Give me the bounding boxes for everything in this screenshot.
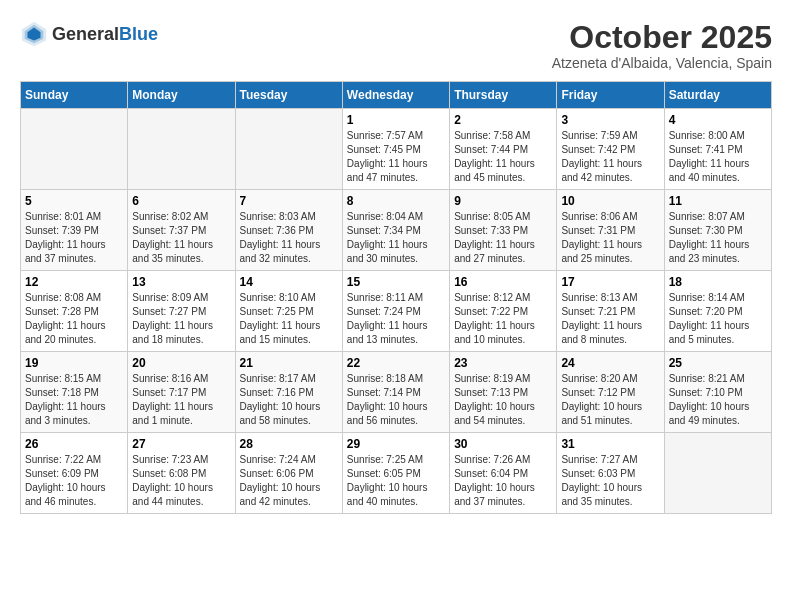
calendar-cell: 7Sunrise: 8:03 AMSunset: 7:36 PMDaylight…: [235, 190, 342, 271]
calendar-cell: 26Sunrise: 7:22 AMSunset: 6:09 PMDayligh…: [21, 433, 128, 514]
day-info: Sunrise: 8:04 AMSunset: 7:34 PMDaylight:…: [347, 211, 428, 264]
day-info: Sunrise: 8:05 AMSunset: 7:33 PMDaylight:…: [454, 211, 535, 264]
day-info: Sunrise: 8:07 AMSunset: 7:30 PMDaylight:…: [669, 211, 750, 264]
day-info: Sunrise: 8:08 AMSunset: 7:28 PMDaylight:…: [25, 292, 106, 345]
day-number: 25: [669, 356, 767, 370]
calendar-cell: 28Sunrise: 7:24 AMSunset: 6:06 PMDayligh…: [235, 433, 342, 514]
calendar-cell: 24Sunrise: 8:20 AMSunset: 7:12 PMDayligh…: [557, 352, 664, 433]
title-block: October 2025 Atzeneta d'Albaida, Valenci…: [552, 20, 772, 71]
calendar-cell: 31Sunrise: 7:27 AMSunset: 6:03 PMDayligh…: [557, 433, 664, 514]
day-info: Sunrise: 8:01 AMSunset: 7:39 PMDaylight:…: [25, 211, 106, 264]
calendar-week-row: 26Sunrise: 7:22 AMSunset: 6:09 PMDayligh…: [21, 433, 772, 514]
day-number: 17: [561, 275, 659, 289]
day-number: 26: [25, 437, 123, 451]
calendar-cell: 6Sunrise: 8:02 AMSunset: 7:37 PMDaylight…: [128, 190, 235, 271]
day-number: 10: [561, 194, 659, 208]
day-info: Sunrise: 7:24 AMSunset: 6:06 PMDaylight:…: [240, 454, 321, 507]
calendar-cell: 16Sunrise: 8:12 AMSunset: 7:22 PMDayligh…: [450, 271, 557, 352]
calendar-cell: 13Sunrise: 8:09 AMSunset: 7:27 PMDayligh…: [128, 271, 235, 352]
day-number: 18: [669, 275, 767, 289]
day-info: Sunrise: 8:06 AMSunset: 7:31 PMDaylight:…: [561, 211, 642, 264]
day-number: 6: [132, 194, 230, 208]
logo-general: General: [52, 24, 119, 44]
calendar-cell: 9Sunrise: 8:05 AMSunset: 7:33 PMDaylight…: [450, 190, 557, 271]
calendar-cell: 8Sunrise: 8:04 AMSunset: 7:34 PMDaylight…: [342, 190, 449, 271]
weekday-header-sunday: Sunday: [21, 82, 128, 109]
day-number: 24: [561, 356, 659, 370]
day-info: Sunrise: 8:12 AMSunset: 7:22 PMDaylight:…: [454, 292, 535, 345]
weekday-header-wednesday: Wednesday: [342, 82, 449, 109]
day-number: 22: [347, 356, 445, 370]
day-info: Sunrise: 8:09 AMSunset: 7:27 PMDaylight:…: [132, 292, 213, 345]
day-number: 13: [132, 275, 230, 289]
day-info: Sunrise: 7:58 AMSunset: 7:44 PMDaylight:…: [454, 130, 535, 183]
calendar-week-row: 19Sunrise: 8:15 AMSunset: 7:18 PMDayligh…: [21, 352, 772, 433]
calendar-cell: 21Sunrise: 8:17 AMSunset: 7:16 PMDayligh…: [235, 352, 342, 433]
day-number: 29: [347, 437, 445, 451]
calendar-cell: [235, 109, 342, 190]
day-info: Sunrise: 7:25 AMSunset: 6:05 PMDaylight:…: [347, 454, 428, 507]
calendar-cell: 30Sunrise: 7:26 AMSunset: 6:04 PMDayligh…: [450, 433, 557, 514]
day-info: Sunrise: 8:18 AMSunset: 7:14 PMDaylight:…: [347, 373, 428, 426]
calendar-cell: [664, 433, 771, 514]
day-number: 14: [240, 275, 338, 289]
day-info: Sunrise: 8:13 AMSunset: 7:21 PMDaylight:…: [561, 292, 642, 345]
day-info: Sunrise: 7:57 AMSunset: 7:45 PMDaylight:…: [347, 130, 428, 183]
day-number: 16: [454, 275, 552, 289]
day-number: 7: [240, 194, 338, 208]
calendar-cell: 25Sunrise: 8:21 AMSunset: 7:10 PMDayligh…: [664, 352, 771, 433]
calendar-subtitle: Atzeneta d'Albaida, Valencia, Spain: [552, 55, 772, 71]
day-info: Sunrise: 8:19 AMSunset: 7:13 PMDaylight:…: [454, 373, 535, 426]
weekday-header-row: SundayMondayTuesdayWednesdayThursdayFrid…: [21, 82, 772, 109]
logo-blue: Blue: [119, 24, 158, 44]
calendar-cell: 1Sunrise: 7:57 AMSunset: 7:45 PMDaylight…: [342, 109, 449, 190]
day-number: 12: [25, 275, 123, 289]
calendar-cell: 11Sunrise: 8:07 AMSunset: 7:30 PMDayligh…: [664, 190, 771, 271]
calendar-cell: 29Sunrise: 7:25 AMSunset: 6:05 PMDayligh…: [342, 433, 449, 514]
calendar-cell: [21, 109, 128, 190]
calendar-cell: 15Sunrise: 8:11 AMSunset: 7:24 PMDayligh…: [342, 271, 449, 352]
day-info: Sunrise: 8:16 AMSunset: 7:17 PMDaylight:…: [132, 373, 213, 426]
day-info: Sunrise: 7:27 AMSunset: 6:03 PMDaylight:…: [561, 454, 642, 507]
calendar-cell: 19Sunrise: 8:15 AMSunset: 7:18 PMDayligh…: [21, 352, 128, 433]
day-number: 20: [132, 356, 230, 370]
day-number: 2: [454, 113, 552, 127]
calendar-cell: 14Sunrise: 8:10 AMSunset: 7:25 PMDayligh…: [235, 271, 342, 352]
day-info: Sunrise: 8:02 AMSunset: 7:37 PMDaylight:…: [132, 211, 213, 264]
day-number: 1: [347, 113, 445, 127]
day-number: 15: [347, 275, 445, 289]
day-info: Sunrise: 8:17 AMSunset: 7:16 PMDaylight:…: [240, 373, 321, 426]
day-number: 30: [454, 437, 552, 451]
calendar-cell: 3Sunrise: 7:59 AMSunset: 7:42 PMDaylight…: [557, 109, 664, 190]
day-number: 27: [132, 437, 230, 451]
calendar-cell: 22Sunrise: 8:18 AMSunset: 7:14 PMDayligh…: [342, 352, 449, 433]
day-number: 8: [347, 194, 445, 208]
calendar-cell: 5Sunrise: 8:01 AMSunset: 7:39 PMDaylight…: [21, 190, 128, 271]
calendar-cell: 23Sunrise: 8:19 AMSunset: 7:13 PMDayligh…: [450, 352, 557, 433]
calendar-cell: 20Sunrise: 8:16 AMSunset: 7:17 PMDayligh…: [128, 352, 235, 433]
day-info: Sunrise: 7:26 AMSunset: 6:04 PMDaylight:…: [454, 454, 535, 507]
calendar-cell: 2Sunrise: 7:58 AMSunset: 7:44 PMDaylight…: [450, 109, 557, 190]
day-number: 5: [25, 194, 123, 208]
weekday-header-tuesday: Tuesday: [235, 82, 342, 109]
logo-icon: [20, 20, 48, 48]
day-info: Sunrise: 8:15 AMSunset: 7:18 PMDaylight:…: [25, 373, 106, 426]
day-info: Sunrise: 8:10 AMSunset: 7:25 PMDaylight:…: [240, 292, 321, 345]
calendar-cell: [128, 109, 235, 190]
day-number: 31: [561, 437, 659, 451]
calendar-title: October 2025: [552, 20, 772, 55]
day-number: 23: [454, 356, 552, 370]
calendar-cell: 4Sunrise: 8:00 AMSunset: 7:41 PMDaylight…: [664, 109, 771, 190]
calendar-cell: 17Sunrise: 8:13 AMSunset: 7:21 PMDayligh…: [557, 271, 664, 352]
calendar-week-row: 5Sunrise: 8:01 AMSunset: 7:39 PMDaylight…: [21, 190, 772, 271]
day-info: Sunrise: 7:23 AMSunset: 6:08 PMDaylight:…: [132, 454, 213, 507]
day-number: 9: [454, 194, 552, 208]
day-info: Sunrise: 8:03 AMSunset: 7:36 PMDaylight:…: [240, 211, 321, 264]
calendar-cell: 12Sunrise: 8:08 AMSunset: 7:28 PMDayligh…: [21, 271, 128, 352]
day-number: 19: [25, 356, 123, 370]
day-number: 28: [240, 437, 338, 451]
calendar-week-row: 1Sunrise: 7:57 AMSunset: 7:45 PMDaylight…: [21, 109, 772, 190]
calendar-table: SundayMondayTuesdayWednesdayThursdayFrid…: [20, 81, 772, 514]
day-info: Sunrise: 8:20 AMSunset: 7:12 PMDaylight:…: [561, 373, 642, 426]
day-info: Sunrise: 8:14 AMSunset: 7:20 PMDaylight:…: [669, 292, 750, 345]
